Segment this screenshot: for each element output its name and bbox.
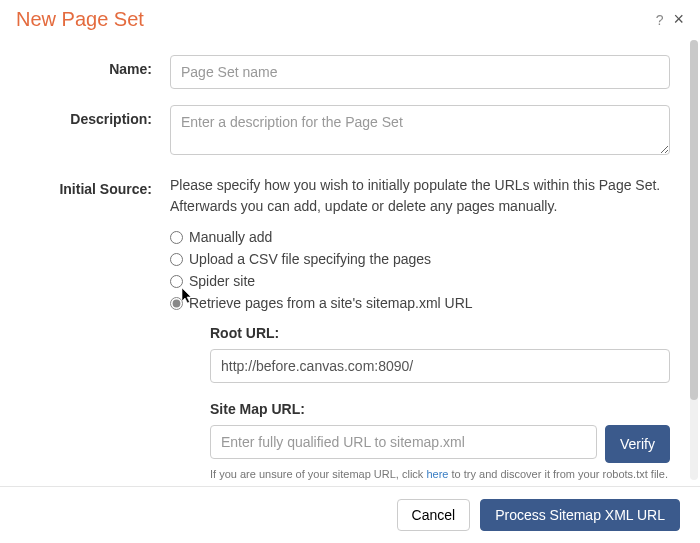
radio-upload-csv[interactable]: Upload a CSV file specifying the pages (170, 251, 670, 267)
new-page-set-dialog: New Page Set ? × Name: Description: Init… (0, 0, 700, 543)
close-icon[interactable]: × (673, 9, 684, 30)
scrollbar-thumb[interactable] (690, 40, 698, 400)
root-url-input[interactable] (210, 349, 670, 383)
radio-sitemap-label: Retrieve pages from a site's sitemap.xml… (189, 295, 473, 311)
sitemap-url-label: Site Map URL: (210, 401, 670, 417)
dialog-footer: Cancel Process Sitemap XML URL (0, 486, 700, 543)
dialog-header: New Page Set ? × (0, 0, 700, 35)
help-icon[interactable]: ? (656, 12, 664, 28)
description-label: Description: (20, 105, 170, 127)
sitemap-hint: If you are unsure of your sitemap URL, c… (210, 467, 670, 482)
radio-manually-add[interactable]: Manually add (170, 229, 670, 245)
dialog-title: New Page Set (16, 8, 656, 31)
radio-manually-add-label: Manually add (189, 229, 272, 245)
sitemap-subsection: Root URL: Site Map URL: Verify If you ar… (210, 325, 670, 486)
initial-source-label: Initial Source: (20, 175, 170, 197)
cancel-button[interactable]: Cancel (397, 499, 471, 531)
sitemap-hint-link[interactable]: here (426, 468, 448, 480)
radio-sitemap[interactable]: Retrieve pages from a site's sitemap.xml… (170, 295, 670, 311)
process-sitemap-button[interactable]: Process Sitemap XML URL (480, 499, 680, 531)
radio-manually-add-input[interactable] (170, 231, 183, 244)
radio-spider-site-label: Spider site (189, 273, 255, 289)
dialog-body: Name: Description: Initial Source: Pleas… (0, 35, 700, 486)
scrollbar[interactable] (690, 40, 698, 480)
initial-source-row: Initial Source: Please specify how you w… (20, 175, 670, 486)
radio-upload-csv-label: Upload a CSV file specifying the pages (189, 251, 431, 267)
verify-button[interactable]: Verify (605, 425, 670, 463)
radio-upload-csv-input[interactable] (170, 253, 183, 266)
radio-spider-site[interactable]: Spider site (170, 273, 670, 289)
name-label: Name: (20, 55, 170, 77)
name-row: Name: (20, 55, 670, 89)
sitemap-hint-suffix: to try and discover it from your robots.… (448, 468, 667, 480)
sitemap-hint-prefix: If you are unsure of your sitemap URL, c… (210, 468, 426, 480)
root-url-label: Root URL: (210, 325, 670, 341)
radio-spider-site-input[interactable] (170, 275, 183, 288)
initial-source-description: Please specify how you wish to initially… (170, 175, 670, 217)
name-input[interactable] (170, 55, 670, 89)
radio-sitemap-input[interactable] (170, 297, 183, 310)
description-input[interactable] (170, 105, 670, 155)
sitemap-url-input[interactable] (210, 425, 597, 459)
description-row: Description: (20, 105, 670, 159)
